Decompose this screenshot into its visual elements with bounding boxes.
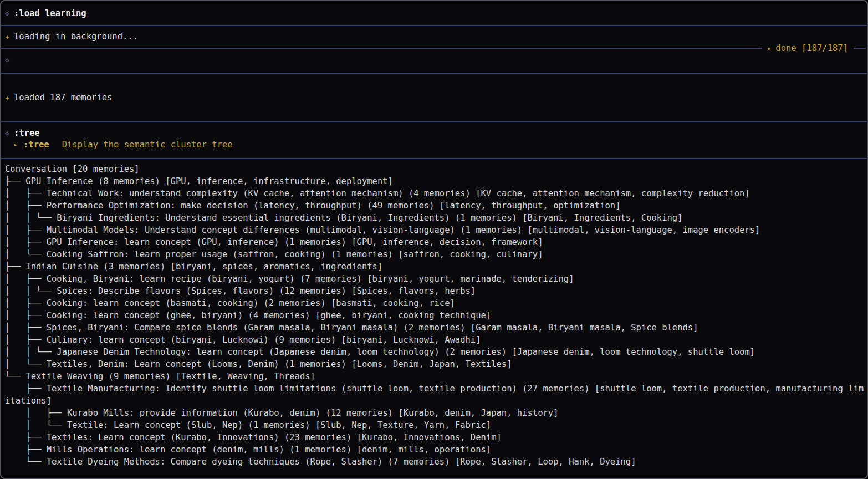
loaded-status-text: loaded 187 memories <box>14 93 112 103</box>
load-command-text: :load learning <box>14 8 86 18</box>
status-star-icon: ✦ <box>5 32 14 41</box>
prompt-diamond-icon: ◇ <box>5 129 14 137</box>
progress-rule-right <box>854 48 866 49</box>
progress-done-text: done [187/187] <box>775 43 848 53</box>
status-star-icon: ✦ <box>5 93 14 102</box>
done-star-icon: ✦ <box>767 44 771 53</box>
suggestion-description: Display the semantic cluster tree <box>62 140 233 150</box>
loading-status-row: ✦ loading in background... <box>1 30 867 42</box>
idle-prompt-row: ◇ <box>1 54 867 65</box>
loaded-status-row: ✦ loaded 187 memories <box>1 74 867 121</box>
tree-command-row: ◇ :tree <box>1 127 867 139</box>
tree-command-block: ◇ :tree ▸ :tree Display the semantic clu… <box>1 122 867 158</box>
suggestion-item-tree[interactable]: ▸ :tree Display the semantic cluster tre… <box>1 139 867 150</box>
cluster-tree: Conversation [20 memories] ├── GPU Infer… <box>1 159 867 468</box>
suggestion-triangle-icon: ▸ <box>13 141 19 149</box>
loading-block: ✦ loading in background... ✦ done [187/1… <box>1 26 867 73</box>
progress-rule-left <box>1 48 762 49</box>
progress-row: ✦ done [187/187] <box>1 42 867 54</box>
prompt-diamond-icon: ◇ <box>5 9 14 17</box>
prompt-diamond-icon: ◇ <box>5 56 14 64</box>
terminal-window[interactable]: ◇ :load learning ✦ loading in background… <box>0 0 868 479</box>
tree-command-text: :tree <box>14 128 40 138</box>
load-command-row: ◇ :load learning <box>1 1 867 25</box>
suggestion-command: :tree <box>23 140 49 150</box>
loading-status-text: loading in background... <box>14 32 138 42</box>
